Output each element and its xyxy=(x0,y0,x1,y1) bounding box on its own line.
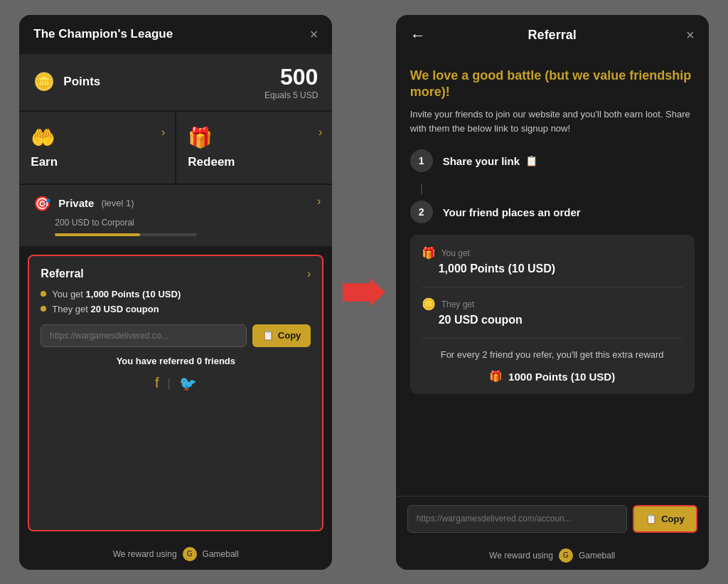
points-right: 500 Equals 5 USD xyxy=(264,64,318,100)
step-2-num: 2 xyxy=(410,201,433,223)
they-get-value: 20 USD coupon xyxy=(422,314,683,326)
referral-link-row: 📋 Copy xyxy=(41,324,311,347)
left-copy-button[interactable]: 📋 Copy xyxy=(252,324,311,347)
left-close-button[interactable]: × xyxy=(310,26,318,43)
earn-icon: 🤲 xyxy=(31,126,164,149)
left-footer: We reward using G Gameball xyxy=(19,538,332,570)
bottom-link-row: 📋 Copy xyxy=(396,496,709,541)
referral-desc: Invite your friends to join our website … xyxy=(410,107,695,135)
step-2-label: Your friend places an order xyxy=(443,206,581,218)
gameball-label-right: Gameball xyxy=(579,551,615,561)
step-1-num: 1 xyxy=(410,149,433,172)
right-copy-button[interactable]: 📋 Copy xyxy=(633,505,697,533)
reward-divider-1 xyxy=(422,287,683,287)
referral-card[interactable]: Referral › You get 1,000 Points (10 USD)… xyxy=(28,255,323,531)
rank-arrow: › xyxy=(317,195,321,208)
points-icon: 🪙 xyxy=(33,72,55,92)
earn-arrow: › xyxy=(161,126,165,139)
redeem-card[interactable]: 🎁 Redeem › xyxy=(176,112,332,184)
gameball-badge-right: G xyxy=(559,548,573,563)
points-value: 500 xyxy=(264,64,318,90)
redeem-icon: 🎁 xyxy=(188,126,321,149)
referral-referred-text: You have referred 0 friends xyxy=(41,356,311,366)
copy-label-right: Copy xyxy=(661,514,685,524)
points-row: 🪙 Points 500 Equals 5 USD xyxy=(19,54,332,110)
gameball-badge-left: G xyxy=(183,547,197,561)
social-divider: | xyxy=(168,377,171,390)
right-close-button[interactable]: × xyxy=(686,27,695,43)
referral-bullet-2: They get 20 USD coupon xyxy=(41,304,311,314)
rank-row[interactable]: 🎯 Private (level 1) › 200 USD to Corpora… xyxy=(19,185,332,246)
right-header: ← Referral × xyxy=(396,15,709,56)
referral-card-header: Referral › xyxy=(41,267,311,280)
points-label: Points xyxy=(63,75,100,89)
rank-progress-bar xyxy=(55,233,197,236)
facebook-icon[interactable]: f xyxy=(155,375,159,391)
step-2-row: 2 Your friend places an order xyxy=(410,201,695,223)
redeem-arrow: › xyxy=(318,126,322,139)
arrow-container xyxy=(343,275,385,310)
step-1-label: Share your link 📋 xyxy=(443,155,537,167)
connector-line xyxy=(421,184,422,195)
earn-label: Earn xyxy=(31,155,164,169)
right-footer: We reward using G Gameball xyxy=(396,541,709,570)
left-panel: The Champion's League × 🪙 Points 500 Equ… xyxy=(19,15,332,570)
right-arrow-svg xyxy=(343,275,385,310)
back-button[interactable]: ← xyxy=(410,26,426,45)
rank-icon: 🎯 xyxy=(33,195,51,212)
points-sub: Equals 5 USD xyxy=(264,90,318,100)
left-panel-title: The Champion's League xyxy=(33,27,173,41)
you-get-item: 🎁 You get 1,000 Points (10 USD) xyxy=(422,246,683,275)
referral-link-input[interactable] xyxy=(41,324,247,347)
rank-progress-fill xyxy=(55,233,140,236)
points-left: 🪙 Points xyxy=(33,72,100,92)
left-header: The Champion's League × xyxy=(19,15,332,54)
right-footer-text: We reward using xyxy=(489,551,553,561)
step-1-row: 1 Share your link 📋 xyxy=(410,149,695,172)
they-get-label: 🪙 They get xyxy=(422,297,683,311)
they-get-item: 🪙 They get 20 USD coupon xyxy=(422,297,683,326)
rank-top: 🎯 Private (level 1) xyxy=(33,195,318,212)
referral-headline: We love a good battle (but we value frie… xyxy=(410,68,695,101)
svg-marker-0 xyxy=(343,278,385,306)
twitter-icon[interactable]: 🐦 xyxy=(179,375,197,392)
reward-box: 🎁 You get 1,000 Points (10 USD) 🪙 They g… xyxy=(410,235,695,394)
app-container: The Champion's League × 🪙 Points 500 Equ… xyxy=(0,0,728,584)
earn-redeem-grid: 🤲 Earn › 🎁 Redeem › xyxy=(19,112,332,184)
referral-bullet-1: You get 1,000 Points (10 USD) xyxy=(41,289,311,299)
rank-sub: 200 USD to Corporal xyxy=(33,218,318,228)
referral-bullets: You get 1,000 Points (10 USD) They get 2… xyxy=(41,289,311,314)
rank-name: Private xyxy=(58,197,94,209)
extra-reward-text: For every 2 friend you refer, you'll get… xyxy=(422,349,683,361)
referral-card-title: Referral xyxy=(41,267,83,280)
extra-reward-value: 🎁 1000 Points (10 USD) xyxy=(422,370,683,383)
earn-card[interactable]: 🤲 Earn › xyxy=(19,112,175,184)
right-panel-title: Referral xyxy=(528,28,577,43)
you-get-label: 🎁 You get xyxy=(422,246,683,260)
they-get-icon: 🪙 xyxy=(422,297,436,311)
copy-label-left: Copy xyxy=(278,330,301,341)
you-get-icon: 🎁 xyxy=(422,246,436,260)
you-get-value: 1,000 Points (10 USD) xyxy=(422,262,683,275)
right-panel: ← Referral × We love a good battle (but … xyxy=(396,15,709,570)
referral-social-row: f | 🐦 xyxy=(41,375,311,392)
bottom-link-input[interactable] xyxy=(407,505,628,533)
bullet-dot-2 xyxy=(41,306,46,312)
copy-icon-left: 📋 xyxy=(262,330,274,341)
copy-icon-right: 📋 xyxy=(646,514,657,524)
gameball-label-left: Gameball xyxy=(203,549,239,559)
redeem-label: Redeem xyxy=(188,155,321,169)
right-body: We love a good battle (but we value frie… xyxy=(396,56,709,496)
reward-divider-2 xyxy=(422,338,683,339)
extra-reward-icon: 🎁 xyxy=(489,370,503,383)
rank-level: (level 1) xyxy=(101,198,134,208)
left-footer-text: We reward using xyxy=(113,549,177,559)
bullet-dot-1 xyxy=(41,291,46,297)
step-1-copy-icon: 📋 xyxy=(525,155,537,166)
referral-card-arrow: › xyxy=(307,267,311,280)
